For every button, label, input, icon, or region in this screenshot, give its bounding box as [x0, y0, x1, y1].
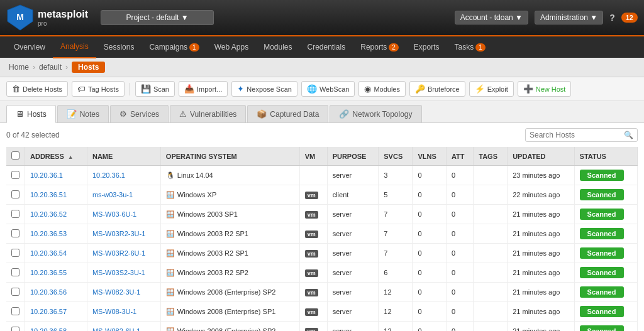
account-selector[interactable]: Account - tdoan ▼: [455, 11, 528, 24]
modules-button[interactable]: ◉ Modules: [358, 81, 406, 97]
cell-name[interactable]: MS-W08-3U-1: [87, 302, 160, 322]
breadcrumb-home[interactable]: Home: [9, 63, 29, 72]
nexpose-scan-button[interactable]: ✦ Nexpose Scan: [231, 81, 297, 97]
cell-vm: vm: [299, 244, 327, 263]
cell-tags: [474, 283, 508, 302]
nav-reports[interactable]: Reports 2: [353, 36, 406, 58]
nav-tasks[interactable]: Tasks 1: [447, 36, 493, 58]
cell-address[interactable]: 10.20.36.55: [25, 263, 87, 283]
bruteforce-button[interactable]: 🔑 Bruteforce: [409, 81, 465, 97]
import-label: Import...: [197, 85, 222, 93]
metasploit-logo: M: [6, 4, 34, 31]
cell-name[interactable]: MS-W03R2-3U-1: [87, 224, 160, 244]
scan-button[interactable]: 💾 Scan: [135, 81, 175, 97]
tab-services[interactable]: ⚙ Services: [110, 105, 169, 122]
notification-badge[interactable]: 12: [621, 13, 638, 23]
tab-captured-data[interactable]: 📦 Captured Data: [247, 105, 328, 122]
new-host-button[interactable]: ➕ New Host: [518, 81, 572, 97]
logo-edition: pro: [38, 20, 88, 27]
cell-name[interactable]: ms-w03-3u-1: [87, 185, 160, 205]
cell-name[interactable]: MS-W082-6U-1: [87, 322, 160, 332]
delete-hosts-button[interactable]: 🗑 Delete Hosts: [6, 81, 68, 97]
cell-updated: 21 minutes ago: [508, 224, 574, 244]
cell-name[interactable]: MS-W03R2-6U-1: [87, 244, 160, 263]
reports-badge: 2: [389, 43, 399, 52]
cell-address[interactable]: 10.20.36.52: [25, 205, 87, 224]
row-checkbox[interactable]: [11, 229, 19, 237]
top-bar: M metasploit pro Project - default ▼ Acc…: [0, 0, 644, 35]
cell-address[interactable]: 10.20.36.1: [25, 166, 87, 185]
tab-vulnerabilities[interactable]: ⚠ Vulnerabilities: [170, 105, 246, 122]
import-button[interactable]: 📥 Import...: [179, 81, 228, 97]
table-row: 10.20.36.56MS-W082-3U-1🪟Windows 2008 (En…: [6, 283, 638, 302]
th-os[interactable]: OPERATING SYSTEM: [160, 147, 299, 166]
cell-address[interactable]: 10.20.36.51: [25, 185, 87, 205]
services-tab-icon: ⚙: [119, 109, 127, 119]
cell-name[interactable]: MS-W03S2-3U-1: [87, 263, 160, 283]
table-header-row: ADDRESS ▲ NAME OPERATING SYSTEM VM PURPO…: [6, 147, 638, 166]
cell-tags: [474, 166, 508, 185]
cell-address[interactable]: 10.20.36.56: [25, 283, 87, 302]
cell-address[interactable]: 10.20.36.54: [25, 244, 87, 263]
th-updated[interactable]: UPDATED: [508, 147, 574, 166]
cell-vm: vm: [299, 283, 327, 302]
scan-icon: 💾: [141, 84, 151, 94]
tab-hosts[interactable]: 🖥 Hosts: [6, 105, 56, 123]
row-checkbox[interactable]: [11, 249, 19, 257]
cell-att: 0: [446, 205, 473, 224]
cell-vlns: 0: [413, 205, 446, 224]
row-checkbox[interactable]: [11, 190, 19, 198]
row-checkbox[interactable]: [11, 307, 19, 315]
row-checkbox[interactable]: [11, 268, 19, 276]
os-icon: 🪟: [166, 191, 175, 198]
th-vm[interactable]: VM: [299, 147, 327, 166]
nav-overview[interactable]: Overview: [6, 36, 53, 58]
th-att[interactable]: ATT: [446, 147, 473, 166]
cell-name[interactable]: MS-W03-6U-1: [87, 205, 160, 224]
search-input[interactable]: [530, 131, 624, 139]
row-checkbox[interactable]: [11, 288, 19, 296]
th-tags[interactable]: TAGS: [474, 147, 508, 166]
webscan-icon: 🌐: [307, 84, 317, 94]
hosts-tab-icon: 🖥: [16, 109, 24, 119]
th-name[interactable]: NAME: [87, 147, 160, 166]
row-checkbox[interactable]: [11, 171, 19, 179]
cell-updated: 21 minutes ago: [508, 283, 574, 302]
th-status[interactable]: STATUS: [574, 147, 637, 166]
nav-credentials[interactable]: Credentials: [300, 36, 353, 58]
row-checkbox[interactable]: [11, 327, 19, 332]
exploit-button[interactable]: ⚡ Exploit: [469, 81, 514, 97]
help-button[interactable]: ?: [609, 13, 615, 23]
webscan-button[interactable]: 🌐 WebScan: [301, 81, 355, 97]
vm-badge: vm: [305, 211, 318, 219]
nav-modules[interactable]: Modules: [256, 36, 299, 58]
nav-exports[interactable]: Exports: [406, 36, 447, 58]
cell-address[interactable]: 10.20.36.57: [25, 302, 87, 322]
select-all-checkbox[interactable]: [11, 151, 19, 160]
breadcrumb-project[interactable]: default: [39, 63, 62, 72]
admin-selector[interactable]: Administration ▼: [535, 11, 603, 24]
tab-notes[interactable]: 📝 Notes: [57, 105, 109, 122]
cell-att: 0: [446, 302, 473, 322]
new-host-label: New Host: [536, 85, 566, 93]
th-vlns[interactable]: VLNS: [413, 147, 446, 166]
th-address[interactable]: ADDRESS ▲: [25, 147, 87, 166]
tab-network-topology[interactable]: 🔗 Network Topology: [330, 105, 421, 122]
nav-analysis[interactable]: Analysis: [53, 36, 96, 58]
nav-sessions[interactable]: Sessions: [96, 36, 142, 58]
cell-svcs: 7: [379, 244, 413, 263]
cell-address[interactable]: 10.20.36.58: [25, 322, 87, 332]
th-purpose[interactable]: PURPOSE: [327, 147, 379, 166]
cell-address[interactable]: 10.20.36.53: [25, 224, 87, 244]
notes-tab-label: Notes: [80, 110, 99, 119]
cell-updated: 23 minutes ago: [508, 166, 574, 185]
cell-name[interactable]: 10.20.36.1: [87, 166, 160, 185]
project-selector[interactable]: Project - default ▼: [101, 10, 214, 25]
th-svcs[interactable]: SVCS: [379, 147, 413, 166]
tag-hosts-button[interactable]: 🏷 Tag Hosts: [72, 81, 125, 97]
cell-name[interactable]: MS-W082-3U-1: [87, 283, 160, 302]
nav-campaigns[interactable]: Campaigns 1: [142, 36, 206, 58]
nav-webapps[interactable]: Web Apps: [207, 36, 256, 58]
row-checkbox[interactable]: [11, 210, 19, 218]
search-box[interactable]: 🔍: [525, 128, 638, 142]
